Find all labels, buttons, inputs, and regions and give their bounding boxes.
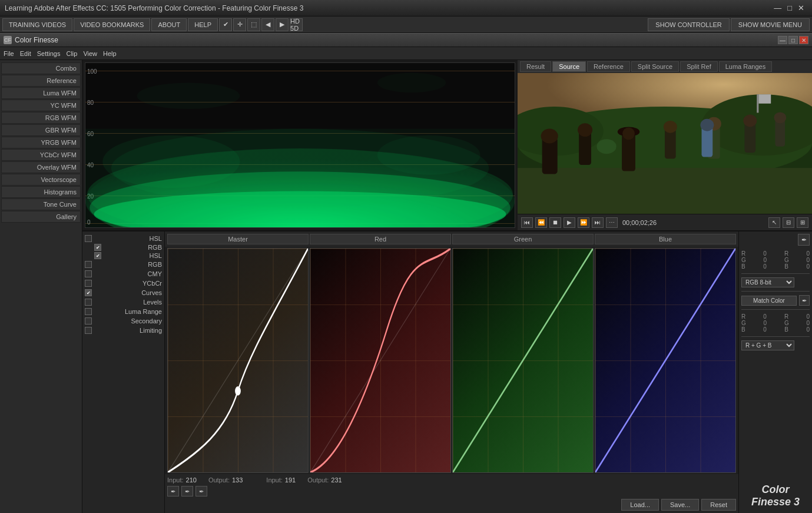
match-color-button[interactable]: Match Color bbox=[741, 296, 797, 306]
step-back-button[interactable]: ⏪ bbox=[535, 217, 547, 228]
red-curve-panel[interactable] bbox=[310, 248, 451, 473]
sidebar-item-gbr-wfm[interactable]: GBR WFM bbox=[1, 124, 81, 136]
sidebar-item-luma-wfm[interactable]: Luma WFM bbox=[1, 87, 81, 99]
cf-close-button[interactable]: ✕ bbox=[799, 36, 808, 44]
sidebar-item-ycbcr-wfm[interactable]: YCbCr WFM bbox=[1, 149, 81, 161]
curves-reset-button[interactable]: Reset bbox=[701, 499, 736, 511]
rgb-hsl-rgb-label: RGB bbox=[102, 244, 162, 251]
channel-mode-select[interactable]: R + G + B bbox=[741, 340, 794, 350]
expand-icon[interactable]: ⬚ bbox=[247, 18, 260, 31]
hsl-checkbox[interactable] bbox=[85, 235, 92, 242]
blue-curve-panel[interactable] bbox=[595, 248, 736, 473]
limiting-checkbox[interactable] bbox=[85, 327, 92, 334]
rp-b2-right-label: B bbox=[784, 326, 788, 333]
close-button[interactable]: ✕ bbox=[795, 4, 807, 12]
blue-header: Blue bbox=[595, 234, 736, 244]
master-io-values: Input: 210 Output: 133 bbox=[167, 476, 243, 484]
help-menu-item[interactable]: Help bbox=[103, 50, 117, 57]
rp-r-left-value: 0 bbox=[763, 250, 767, 257]
luma-range-checkbox[interactable] bbox=[85, 308, 92, 315]
training-videos-btn[interactable]: TRAINING VIDEOS bbox=[2, 18, 72, 31]
ycbcr-row: YCbCr bbox=[82, 279, 164, 288]
plus-icon[interactable]: ✛ bbox=[233, 18, 246, 31]
curves-checkbox[interactable]: ✔ bbox=[85, 289, 92, 296]
tab-luma-ranges[interactable]: Luma Ranges bbox=[719, 61, 773, 72]
show-controller-btn[interactable]: SHOW CONTROLLER bbox=[648, 18, 729, 31]
preview-controls: ⏮ ⏪ ⏹ ▶ ⏩ ⏭ ⋯ 00;00;02;26 ↖ ⊟ ⊞ bbox=[518, 214, 812, 230]
ycbcr-checkbox[interactable] bbox=[85, 280, 92, 287]
skip-to-start-button[interactable]: ⏮ bbox=[521, 217, 533, 228]
tab-result[interactable]: Result bbox=[520, 61, 551, 72]
cmy-checkbox[interactable] bbox=[85, 270, 92, 277]
rp-b-left-label: B bbox=[741, 263, 745, 270]
cmy-label: CMY bbox=[93, 270, 162, 277]
minimize-button[interactable]: — bbox=[771, 4, 784, 12]
sidebar-item-histograms[interactable]: Histograms bbox=[1, 186, 81, 198]
sidebar-item-vectorscope[interactable]: Vectorscope bbox=[1, 174, 81, 186]
video-bookmarks-btn[interactable]: VIDEO BOOKMARKS bbox=[74, 18, 150, 31]
zoom-out-button[interactable]: ⊟ bbox=[783, 217, 794, 228]
cf-minimize-button[interactable]: — bbox=[778, 36, 787, 44]
settings-menu-item[interactable]: Settings bbox=[37, 50, 61, 57]
play-button[interactable]: ▶ bbox=[564, 217, 575, 228]
rgb-hsl-rgb-checkbox[interactable]: ✔ bbox=[94, 244, 101, 251]
eyedropper-black-btn[interactable]: ✒ bbox=[167, 486, 179, 497]
secondary-checkbox[interactable] bbox=[85, 317, 92, 325]
rp-rgb-header: R 0 R 0 G 0 G 0 B 0 B 0 bbox=[741, 250, 810, 270]
zoom-in-button[interactable]: ⊞ bbox=[797, 217, 808, 228]
help-btn[interactable]: HELP bbox=[188, 18, 218, 31]
red-output-value: 231 bbox=[331, 476, 342, 484]
sidebar-item-gallery[interactable]: Gallery bbox=[1, 211, 81, 223]
curves-area: Master Red Green Blue bbox=[165, 231, 738, 513]
cf-window-title: Color Finesse bbox=[15, 36, 777, 44]
master-curve-panel[interactable] bbox=[167, 248, 309, 473]
rp-r-right-label: R bbox=[784, 250, 788, 257]
show-movie-menu-btn[interactable]: SHOW MOVIE MENU bbox=[731, 18, 810, 31]
view-menu-item[interactable]: View bbox=[83, 50, 97, 57]
skip-to-end-button[interactable]: ⏭ bbox=[592, 217, 604, 228]
play-icon[interactable]: ▶ bbox=[276, 18, 289, 31]
prev-icon[interactable]: ◀ bbox=[261, 18, 274, 31]
sidebar-item-yrgb-wfm[interactable]: YRGB WFM bbox=[1, 137, 81, 148]
curves-save-button[interactable]: Save... bbox=[661, 499, 699, 511]
clip-menu-item[interactable]: Clip bbox=[66, 50, 77, 57]
curves-load-button[interactable]: Load... bbox=[621, 499, 659, 511]
rgb-hsl-hsl-checkbox[interactable]: ✔ bbox=[94, 252, 101, 259]
eyedropper-grey-btn[interactable]: ✒ bbox=[181, 486, 193, 497]
maximize-button[interactable]: □ bbox=[784, 4, 795, 12]
green-curve-panel[interactable] bbox=[452, 248, 594, 473]
cf-restore-button[interactable]: □ bbox=[788, 36, 798, 44]
edit-menu-item[interactable]: Edit bbox=[20, 50, 31, 57]
tab-source[interactable]: Source bbox=[552, 61, 586, 72]
preview-tabs: Result Source Reference Split Source Spl… bbox=[518, 60, 812, 73]
sidebar-item-tone-curve[interactable]: Tone Curve bbox=[1, 198, 81, 210]
rp-eyedropper-icon[interactable]: ✒ bbox=[798, 234, 810, 246]
left-sidebar: Combo Reference Luma WFM YC WFM RGB WFM … bbox=[0, 60, 82, 513]
wf-label-80: 80 bbox=[87, 100, 94, 106]
about-btn[interactable]: ABOUT bbox=[151, 18, 187, 31]
slow-motion-button[interactable]: ⋯ bbox=[606, 217, 618, 228]
eyedropper-white-btn[interactable]: ✒ bbox=[195, 486, 207, 497]
menu-bar: TRAINING VIDEOS VIDEO BOOKMARKS ABOUT HE… bbox=[0, 16, 812, 33]
cf-window-bar: CF Color Finesse — □ ✕ bbox=[0, 33, 812, 47]
hd-icon[interactable]: HD 5D bbox=[290, 18, 303, 31]
file-menu-item[interactable]: File bbox=[4, 50, 14, 57]
checkmark-icon[interactable]: ✔ bbox=[219, 18, 232, 31]
levels-checkbox[interactable] bbox=[85, 299, 92, 306]
tab-split-source[interactable]: Split Source bbox=[631, 61, 679, 72]
sidebar-item-reference[interactable]: Reference bbox=[1, 75, 81, 87]
rgb-checkbox[interactable] bbox=[85, 261, 92, 268]
cursor-tool-button[interactable]: ↖ bbox=[768, 217, 780, 228]
sidebar-item-rgb-wfm[interactable]: RGB WFM bbox=[1, 112, 81, 124]
svg-line-38 bbox=[310, 249, 450, 472]
rp-g2-left-label: G bbox=[741, 320, 746, 326]
bit-depth-select[interactable]: RGB 8-bit bbox=[741, 277, 794, 287]
stop-button[interactable]: ⏹ bbox=[549, 217, 561, 228]
sidebar-item-overlay-wfm[interactable]: Overlay WFM bbox=[1, 161, 81, 173]
step-fwd-button[interactable]: ⏩ bbox=[578, 217, 589, 228]
tab-split-ref[interactable]: Split Ref bbox=[680, 61, 718, 72]
tab-reference[interactable]: Reference bbox=[587, 61, 630, 72]
match-color-eyedropper[interactable]: ✒ bbox=[799, 295, 810, 306]
sidebar-item-combo[interactable]: Combo bbox=[1, 62, 81, 74]
sidebar-item-yc-wfm[interactable]: YC WFM bbox=[1, 100, 81, 111]
